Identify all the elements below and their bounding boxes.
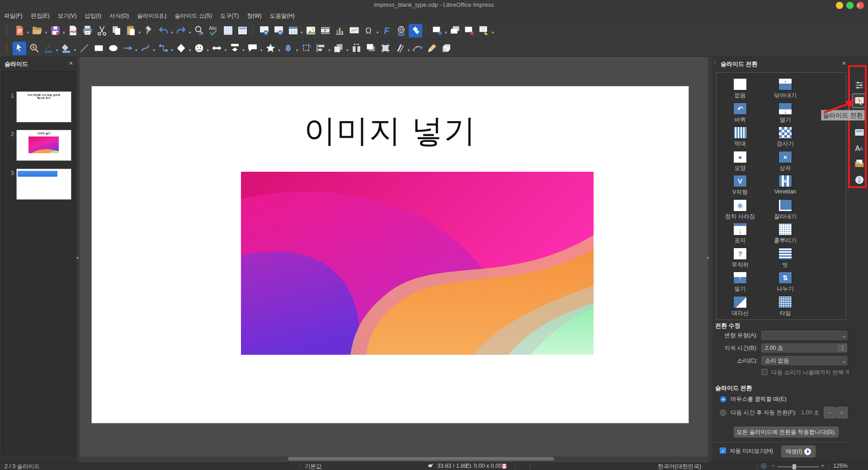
apply-to-all-slides-button[interactable]: 모든 슬라이드에 전환을 적용합니다(G). [734,427,839,437]
auto-preview-checkbox[interactable]: ✓ [720,447,726,454]
distribute-button[interactable] [349,42,363,55]
new-document-dropdown-icon[interactable]: ▾ [27,30,29,35]
duplicate-slide-button[interactable] [448,24,462,38]
menu-format[interactable]: 서식(O) [105,10,133,22]
select-button[interactable] [13,42,26,55]
glue-points-button[interactable] [425,42,439,55]
spelling-button[interactable]: Abc [207,24,220,38]
menu-help[interactable]: 도움말(H) [266,10,299,22]
sidebar-tab-navigator[interactable] [854,174,865,185]
auto-advance-value[interactable]: 1.00 초 [801,409,819,417]
symbol-shapes-button[interactable] [192,42,206,55]
align-objects-dropdown-icon[interactable]: ▾ [328,48,330,52]
stars-banners-button[interactable] [264,42,277,55]
menu-file[interactable]: 파일(F) [0,10,27,22]
open-dropdown-icon[interactable]: ▾ [45,30,47,35]
transition-comb[interactable]: 빗 [763,248,808,272]
insert-table-button[interactable] [286,24,300,38]
connectors-button[interactable] [156,42,170,55]
slide-layout-dropdown-icon[interactable]: ▾ [492,30,494,35]
horizontal-scrollbar-thumb[interactable] [288,457,554,461]
transition-bars[interactable]: 막대 [717,127,763,151]
special-character-dropdown-icon[interactable]: ▾ [377,30,379,35]
transition-cover[interactable]: ↓표지 [717,223,763,248]
extrusion-button[interactable] [440,42,453,55]
transition-panel-close-icon[interactable]: ✕ [842,60,846,66]
redo-button[interactable] [175,24,188,38]
unsaved-changes-icon[interactable] [501,463,508,470]
undo-dropdown-icon[interactable]: ▾ [171,30,173,35]
transition-wedge[interactable]: VV자형 [717,175,763,199]
paste-dropdown-icon[interactable]: ▾ [139,30,141,35]
transition-box[interactable]: ×상자 [763,151,808,175]
undo-button[interactable] [156,24,170,38]
clone-formatting-button[interactable] [142,24,156,38]
transition-shape[interactable]: ●모양 [717,151,763,175]
lines-arrows-button[interactable] [121,42,134,55]
transition-tiles[interactable]: 타일 [763,296,808,320]
print-directly-button[interactable] [81,24,94,38]
transition-checkers[interactable]: 검사기 [763,127,808,151]
title-bar[interactable]: impress_blank_type.odp - LibreOffice Imp… [0,0,868,10]
display-grid-button[interactable] [221,24,235,38]
transition-cut[interactable]: 잘라내기 [763,199,808,224]
transition-dissolve[interactable]: 흩뿌리기 [763,223,808,248]
zoom-slider-thumb[interactable] [793,464,796,470]
collapse-left-icon[interactable]: ◂ [76,255,78,260]
insert-media-button[interactable] [319,24,332,38]
insert-table-dropdown-icon[interactable]: ▾ [301,30,303,35]
menu-slideshow[interactable]: 슬라이드 쇼(S) [170,10,216,22]
collapse-right-icon[interactable]: ▸ [707,255,709,260]
hyperlink-button[interactable] [394,24,408,38]
crop-image-button[interactable] [378,42,392,55]
transition-random[interactable]: ?무작위 [717,248,763,272]
insert-image-button[interactable] [304,24,318,38]
sidebar-tab-styles[interactable]: AA [854,143,865,154]
window-minimize-button[interactable] [836,2,843,9]
ellipse-button[interactable] [106,42,120,55]
curves-polygons-dropdown-icon[interactable]: ▾ [153,48,156,52]
start-from-current-slide-button[interactable] [272,24,285,38]
open-button[interactable] [31,24,44,38]
horizontal-scrollbar[interactable] [80,456,708,461]
auto-advance-minus-button[interactable]: − [824,407,835,418]
sidebar-tab-gallery[interactable] [854,158,865,169]
transition-none[interactable]: 없음 [717,78,763,103]
transition-venetian[interactable]: +Venetian [763,175,808,199]
menu-insert[interactable]: 삽입(I) [80,10,105,22]
panel-grip-icon[interactable]: ⁞ [714,59,715,65]
current-slide[interactable]: 이미지 넣기 [91,86,689,423]
callouts-dropdown-icon[interactable]: ▾ [260,48,263,52]
arrange-button[interactable] [332,42,345,55]
transition-split[interactable]: ⇅나누기 [763,272,808,296]
block-arrows-dropdown-icon[interactable]: ▾ [225,48,227,52]
rectangle-button[interactable] [92,42,105,55]
sidebar-tab-slide-transition[interactable] [852,94,867,108]
shadow-button[interactable] [364,42,377,55]
insert-line-button[interactable] [77,42,91,55]
block-arrows-button[interactable] [210,42,224,55]
shapes-button[interactable] [409,24,422,38]
special-character-button[interactable]: Ω [362,24,376,38]
3d-objects-dropdown-icon[interactable]: ▾ [296,48,298,52]
slide-thumbnail-3[interactable] [16,169,71,200]
zoom-slider-track[interactable] [778,466,819,467]
window-close-icon[interactable]: ✕ [856,0,861,12]
transition-wipe[interactable]: ↑닦아내기 [763,78,808,103]
slide-thumbnail-1[interactable]: 미리 작성된 서식 파일 상자에텍스트 추가 [16,91,71,122]
symbol-shapes-dropdown-icon[interactable]: ▾ [207,48,209,52]
connectors-dropdown-icon[interactable]: ▾ [171,48,173,52]
3d-objects-button[interactable] [282,42,295,55]
auto-advance-plus-button[interactable]: + [836,407,848,418]
fill-color-button[interactable] [60,42,73,55]
align-objects-button[interactable] [314,42,327,55]
slide-thumbnail-2[interactable]: 이미지 넣기 [16,130,71,161]
insert-text-box-button[interactable]: 가 [348,24,361,38]
zoom-level-status[interactable]: 125% [833,463,848,469]
slide-canvas[interactable]: 이미지 넣기 [80,57,708,462]
fill-color-dropdown-icon[interactable]: ▾ [74,48,76,52]
new-document-button[interactable] [13,24,26,38]
paste-button[interactable] [124,24,138,38]
duration-spinbox[interactable]: 2.00 초▲▼ [761,343,847,352]
find-replace-button[interactable]: d [192,24,206,38]
